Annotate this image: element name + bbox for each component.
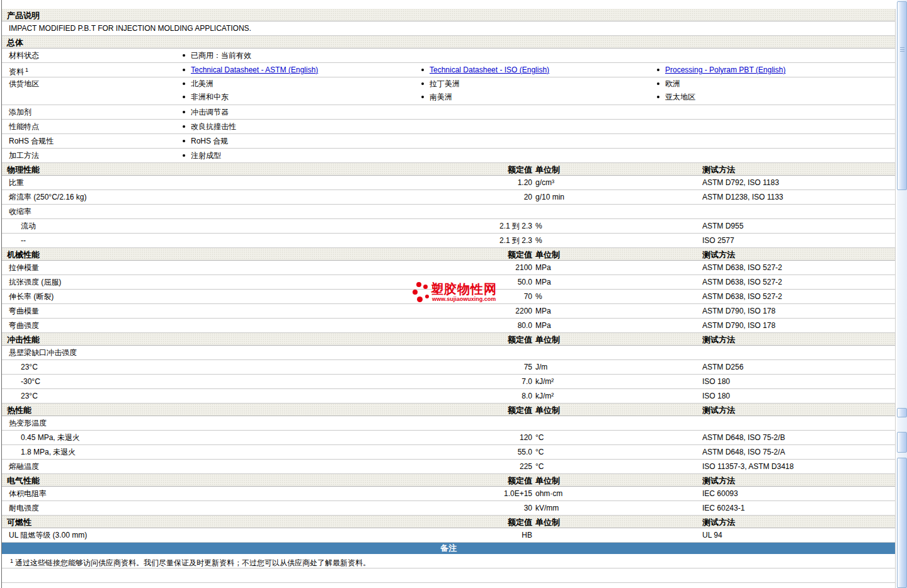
row-label: 拉伸模量 bbox=[9, 261, 39, 274]
property-row: 耐电强度30kV/mmIEC 60243-1 bbox=[2, 501, 895, 516]
rated-value: 30 bbox=[524, 501, 532, 515]
row-label-text: 加工方法 bbox=[9, 151, 39, 160]
bullet-icon bbox=[183, 140, 185, 142]
property-row: 0.45 MPa, 未退火120°CASTM D648, ISO 75-2/B bbox=[2, 431, 895, 445]
test-method: ASTM D638, ISO 527-2 bbox=[702, 261, 782, 274]
unit: kV/mm bbox=[535, 501, 559, 515]
section-header: 产品说明 bbox=[2, 9, 895, 21]
row-label: 23°C bbox=[21, 360, 38, 374]
unit: °C bbox=[535, 460, 544, 473]
bullet-column: 北美洲非洲和中东 bbox=[183, 77, 229, 104]
bullet-icon bbox=[183, 96, 185, 98]
row-label: 伸长率 (断裂) bbox=[9, 290, 54, 303]
bullet-icon bbox=[183, 111, 185, 113]
column-header-unit: 单位制 bbox=[535, 475, 560, 487]
column-header-test-method: 测试方法 bbox=[702, 334, 735, 346]
rated-value: 1.0E+15 bbox=[504, 487, 532, 500]
column-header-test-method: 测试方法 bbox=[702, 475, 735, 487]
property-row: 比重1.20g/cm³ASTM D792, ISO 1183 bbox=[2, 176, 895, 190]
bullet-item: 亚太地区 bbox=[657, 91, 695, 104]
unit: % bbox=[535, 234, 542, 247]
scrollbar-button[interactable] bbox=[897, 408, 907, 417]
test-method: ASTM D256 bbox=[702, 360, 743, 374]
test-method: ISO 180 bbox=[702, 389, 730, 403]
bullet-item: 改良抗撞击性 bbox=[183, 120, 236, 133]
bullet-item: Processing - Polyram PBT (English) bbox=[657, 63, 785, 77]
general-row: 资料1Technical Datasheet - ASTM (English)T… bbox=[2, 63, 895, 77]
datasheet-link[interactable]: Technical Datasheet - ISO (English) bbox=[430, 65, 549, 74]
column-header-test-method: 测试方法 bbox=[702, 517, 735, 528]
general-row: 添加剂冲击调节器 bbox=[2, 105, 895, 120]
row-label: 悬壁梁缺口冲击强度 bbox=[9, 346, 77, 359]
bullet-text: 冲击调节器 bbox=[191, 108, 229, 116]
bullet-item: 欧洲 bbox=[657, 77, 695, 91]
bullet-column: Technical Datasheet - ASTM (English) bbox=[183, 63, 318, 77]
bullet-icon bbox=[183, 82, 185, 85]
bullet-item: 北美洲 bbox=[183, 77, 229, 91]
row-label: 热变形温度 bbox=[9, 416, 47, 430]
row-label: 0.45 MPa, 未退火 bbox=[21, 431, 80, 444]
section-title: 产品说明 bbox=[7, 10, 40, 21]
unit: J/m bbox=[535, 360, 547, 374]
column-header-test-method: 测试方法 bbox=[702, 164, 735, 176]
row-label: 1.8 MPa, 未退火 bbox=[21, 445, 76, 459]
rated-value: 2.1 到 2.3 bbox=[499, 219, 532, 233]
unit: % bbox=[535, 219, 542, 233]
bullet-text: 拉丁美洲 bbox=[430, 79, 460, 88]
datasheet-link[interactable]: Technical Datasheet - ASTM (English) bbox=[191, 65, 318, 74]
bullet-item: Technical Datasheet - ASTM (English) bbox=[183, 63, 318, 77]
test-method: ASTM D790, ISO 178 bbox=[702, 319, 775, 332]
section-title: 机械性能 bbox=[7, 249, 40, 261]
column-header-unit: 单位制 bbox=[535, 164, 560, 176]
property-row: 23°C75J/mASTM D256 bbox=[2, 360, 895, 375]
unit: kJ/m² bbox=[535, 389, 554, 403]
bullet-icon bbox=[183, 69, 185, 71]
general-row: 材料状态已商用：当前有效 bbox=[2, 48, 895, 63]
test-method: ASTM D638, ISO 527-2 bbox=[702, 290, 782, 303]
column-header-unit: 单位制 bbox=[535, 405, 560, 416]
section-title: 热性能 bbox=[7, 405, 31, 416]
empty-row bbox=[2, 583, 895, 588]
section-header: 热性能额定值单位制测试方法 bbox=[2, 404, 895, 416]
row-label: 23°C bbox=[21, 389, 38, 403]
column-header-rated-value: 额定值 bbox=[508, 164, 532, 176]
column-header-rated-value: 额定值 bbox=[508, 405, 532, 416]
row-label-text: RoHS 合规性 bbox=[9, 137, 54, 145]
general-row: RoHS 合规性RoHS 合规 bbox=[2, 134, 895, 149]
rated-value: HB bbox=[522, 528, 532, 542]
property-table: 产品说明IMPACT MODIFIED P.B.T FOR INJECTION … bbox=[2, 9, 896, 588]
general-row: 性能特点改良抗撞击性 bbox=[2, 120, 895, 134]
row-label: 收缩率 bbox=[9, 205, 31, 218]
scrollbar-thumb-top[interactable] bbox=[897, 1, 907, 190]
bullet-item: 已商用：当前有效 bbox=[183, 48, 251, 62]
row-label: 加工方法 bbox=[9, 149, 39, 162]
column-header-unit: 单位制 bbox=[535, 249, 560, 261]
rated-value: 50.0 bbox=[518, 275, 532, 289]
bullet-item: 冲击调节器 bbox=[183, 105, 229, 119]
row-label: 体积电阻率 bbox=[9, 487, 47, 500]
bullet-item: Technical Datasheet - ISO (English) bbox=[421, 63, 549, 77]
rated-value: 55.0 bbox=[518, 445, 532, 459]
section-header: 冲击性能额定值单位制测试方法 bbox=[2, 333, 895, 346]
rated-value: 2100 bbox=[515, 261, 532, 274]
row-label: 资料1 bbox=[9, 63, 28, 79]
test-method: ISO 11357-3, ASTM D3418 bbox=[702, 460, 794, 473]
column-header-rated-value: 额定值 bbox=[508, 249, 532, 261]
notes-title: 备注 bbox=[440, 543, 457, 553]
footnote-marker: 1 bbox=[10, 558, 13, 564]
vertical-scrollbar[interactable] bbox=[897, 0, 907, 588]
test-method: ASTM D648, ISO 75-2/B bbox=[702, 431, 785, 444]
bullet-text: 南美洲 bbox=[430, 93, 452, 101]
rated-value: 7.0 bbox=[522, 375, 532, 388]
property-row: 弯曲强度80.0MPaASTM D790, ISO 178 bbox=[2, 319, 895, 333]
row-label-text: 材料状态 bbox=[9, 51, 39, 60]
scrollbar-thumb-middle[interactable] bbox=[897, 432, 907, 453]
scrollbar-thumb-bottom[interactable] bbox=[897, 458, 907, 588]
test-method: ISO 180 bbox=[702, 375, 730, 388]
bullet-item: 拉丁美洲 bbox=[421, 77, 460, 91]
row-label: 添加剂 bbox=[9, 105, 31, 119]
datasheet-link[interactable]: Processing - Polyram PBT (English) bbox=[665, 65, 785, 74]
bullet-text: 北美洲 bbox=[191, 79, 214, 88]
property-row: 伸长率 (断裂)70%ASTM D638, ISO 527-2 bbox=[2, 290, 895, 304]
property-row: 弯曲模量2200MPaASTM D790, ISO 178 bbox=[2, 304, 895, 319]
